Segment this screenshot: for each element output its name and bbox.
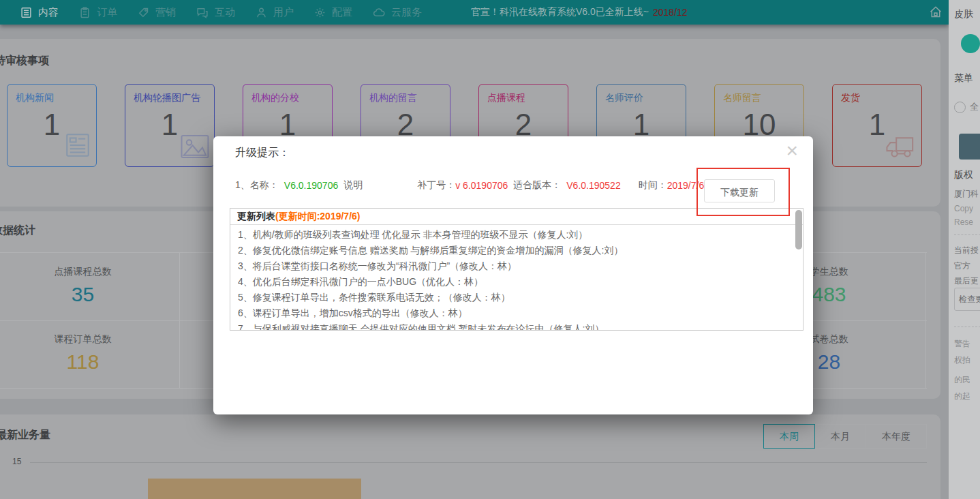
last-update-line: 最后更: [954, 275, 979, 287]
period-tab-group: 本周 本月 本年度: [764, 424, 927, 449]
skin-settings-drawer: 皮肤 菜单 全 版权 厦门科 Copy Rese 当前授 官方 最后更 检查更新…: [949, 0, 980, 499]
nav-item-interaction[interactable]: 互动: [196, 6, 235, 19]
modal-title: 升级提示：: [235, 146, 290, 160]
gridline: [30, 462, 927, 463]
truck-icon: [885, 135, 917, 162]
patch-index-label: 1、名称：: [235, 179, 279, 192]
copyright-line: 厦门科: [954, 188, 979, 200]
gear-icon: [314, 7, 326, 18]
divider: [954, 235, 980, 235]
card-label: 发货: [841, 92, 860, 104]
announcement-text: 官宣！科汛在线教育系统V6.0已全新上线~: [471, 6, 649, 18]
stat-vod-course-total: 点播课程总数 35: [0, 253, 179, 320]
stat-label: 课程订单总数: [0, 333, 179, 346]
stat-value: 118: [0, 350, 179, 374]
copyright-line: Copy: [954, 204, 973, 213]
official-site-line: 官方: [954, 260, 970, 272]
pending-section-title: 待审核事项: [0, 54, 49, 68]
nav-item-settings[interactable]: 配置: [314, 6, 352, 19]
update-list-time: (更新时间:2019/7/6): [275, 211, 360, 222]
menu-dark-swatch[interactable]: [959, 134, 980, 160]
menu-label: 菜单: [954, 72, 973, 85]
card-label: 机构的留言: [369, 92, 417, 104]
card-label: 点播课程: [487, 92, 525, 104]
card-carousel-ads[interactable]: 机构轮播图广告 1: [125, 84, 215, 167]
time-label: 时间：: [639, 179, 667, 192]
radio-label: 全: [970, 101, 979, 113]
stat-label: 点播课程总数: [0, 266, 179, 278]
check-update-button[interactable]: 检查更新: [954, 288, 980, 311]
card-label: 名师留言: [723, 92, 761, 104]
update-item: 6、课程订单导出，增加csv格式的导出（修改人：林）: [238, 305, 792, 321]
tab-this-year[interactable]: 本年度: [866, 424, 927, 449]
chat-icon: [196, 7, 209, 18]
menu-style-radio[interactable]: 全: [954, 101, 979, 113]
close-icon[interactable]: ×: [786, 139, 798, 162]
update-list-box: 更新列表(更新时间:2019/7/6) 1、机构/教师的班级列表查询处理 优化显…: [230, 208, 803, 331]
fit-version-label: 适合版本：: [513, 179, 561, 192]
nav-label: 用户: [273, 6, 294, 19]
tag-icon: [138, 7, 149, 18]
divider: [179, 253, 180, 388]
copyright-line: Rese: [954, 217, 973, 227]
divider: [925, 253, 926, 388]
card-label: 名师评价: [605, 92, 643, 104]
update-item: 4、优化后台绑定科汛微门户的一点小BUG（优化人：林）: [238, 274, 792, 290]
news-icon: [63, 131, 92, 162]
nav-item-users[interactable]: 用户: [256, 6, 294, 19]
cloud-icon: [373, 7, 385, 18]
divider: [954, 327, 980, 327]
clipboard-icon: [79, 7, 91, 18]
upgrade-modal: 升级提示： × 1、名称： V6.0.190706 说明 补丁号： v 6.01…: [213, 136, 813, 414]
business-section-title: 最新业务量: [0, 428, 50, 442]
skin-color-swatch[interactable]: [961, 34, 980, 53]
nav-item-marketing[interactable]: 营销: [138, 6, 176, 19]
top-nav-bar: 内容 订单 营销 互动 用户: [0, 0, 949, 25]
version-line: 当前授: [954, 245, 979, 256]
warning-line: 的民: [954, 374, 970, 386]
chart-bar: [148, 479, 361, 499]
tab-this-month[interactable]: 本月: [814, 424, 866, 449]
nav-label: 互动: [215, 6, 235, 19]
skin-label: 皮肤: [954, 8, 973, 20]
patch-info-row: 1、名称： V6.0.190706 说明 补丁号： v 6.0190706 适合…: [235, 179, 704, 192]
tab-this-week[interactable]: 本周: [763, 424, 815, 449]
nav-item-cloud[interactable]: 云服务: [373, 6, 422, 19]
nav-label: 云服务: [391, 6, 422, 19]
nav-item-orders[interactable]: 订单: [79, 6, 117, 19]
nav-label: 营销: [155, 6, 176, 19]
warning-line: 警告: [954, 338, 970, 350]
stats-section-title: 数据统计: [0, 224, 35, 238]
card-label: 机构的分校: [251, 92, 299, 104]
warning-line: 权拍: [954, 354, 970, 366]
card-shipping[interactable]: 发货 1: [832, 84, 922, 167]
fit-version-value: V6.0.190522: [566, 180, 620, 191]
home-icon[interactable]: [928, 5, 943, 22]
business-volume-panel: 最新业务量 本周 本月 本年度 15: [0, 414, 940, 499]
image-icon: [180, 134, 210, 162]
stat-course-order-total: 课程订单总数 118: [0, 320, 179, 388]
download-update-button[interactable]: 下载更新: [704, 179, 775, 202]
patch-name-value: V6.0.190706: [284, 180, 338, 191]
nav-label: 配置: [332, 6, 352, 19]
stat-value: 35: [0, 283, 179, 306]
card-org-news[interactable]: 机构新闻 1: [7, 84, 97, 167]
update-item: 7、与保利威视对接直播聊天 会提供对应的使用文档 暂时未发布在论坛中（修复人:刘…: [238, 321, 792, 331]
patch-number-value: v 6.0190706: [455, 180, 508, 191]
card-label: 机构新闻: [16, 92, 54, 104]
card-label: 机构轮播图广告: [134, 92, 200, 104]
nav-item-content[interactable]: 内容: [20, 6, 59, 19]
user-icon: [256, 7, 267, 18]
update-list-header: 更新列表(更新时间:2019/7/6): [230, 209, 803, 225]
time-value: 2019/7/6: [667, 180, 705, 191]
update-list-title: 更新列表: [237, 211, 275, 222]
scrollbar-thumb[interactable]: [795, 210, 802, 250]
warning-line: 的起: [954, 391, 970, 402]
patch-number-label: 补丁号：: [417, 179, 455, 192]
announcement: 官宣！科汛在线教育系统V6.0已全新上线~ 2018/12: [471, 6, 688, 18]
y-axis-tick: 15: [12, 457, 21, 466]
nav-label: 订单: [97, 6, 117, 19]
update-item: 5、修复课程订单导出，条件搜索联系电话无效；（修改人：林）: [238, 290, 792, 305]
document-icon: [20, 7, 32, 18]
announcement-date: 2018/12: [653, 7, 688, 18]
